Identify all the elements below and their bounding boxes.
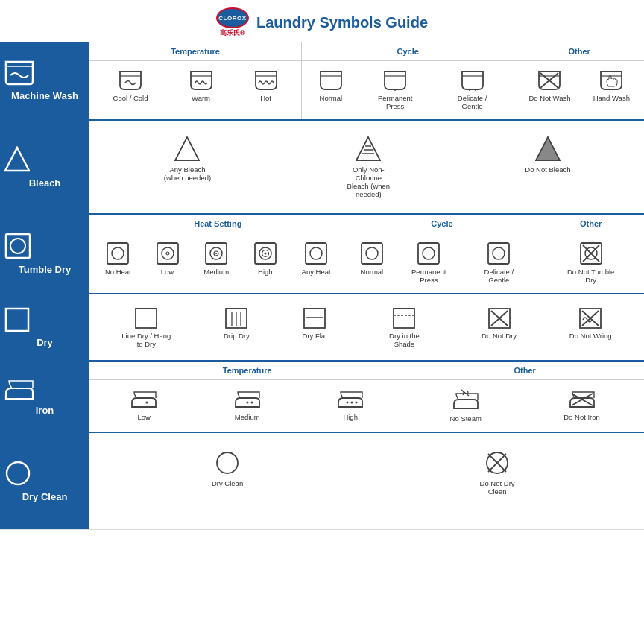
any-bleach: Any Bleach (when needed): [161, 134, 213, 183]
temp-group: Cool / Cold Warm Hot: [89, 61, 302, 119]
dry-flat: Dry Flat: [301, 305, 329, 341]
cool-cold-icon: [119, 70, 142, 91]
td-perm-press: Permanent Press: [402, 241, 455, 285]
line-dry-icon: [135, 306, 157, 329]
machine-wash-row: Machine Wash Temperature Cycle Other Coo…: [0, 42, 644, 120]
tumble-dry-subheader: Heat Setting Cycle Other: [89, 215, 644, 233]
dry-clean-content: Dry Clean Do Not Dry Clean: [89, 432, 644, 529]
dry-text: Dry: [37, 337, 53, 348]
any-heat-icon: [305, 242, 327, 265]
iron-label: Iron: [0, 361, 89, 432]
do-not-bleach-label: Do Not Bleach: [525, 165, 570, 174]
no-steam-label: No Steam: [450, 414, 482, 423]
normal-icon: [319, 70, 343, 91]
iron-symbols: Low Medium High: [89, 380, 644, 432]
iron-high: High: [335, 388, 365, 423]
cycle-group: Normal Permanent Press Delicate / Gentle: [302, 61, 514, 119]
do-not-tumble-icon: [580, 242, 602, 265]
tumble-dry-text: Tumble Dry: [19, 264, 72, 275]
td-normal: Normal: [359, 241, 385, 277]
page-title: Laundry Symbols Guide: [256, 14, 428, 31]
iron-medium: Medium: [233, 388, 262, 423]
svg-point-59: [146, 402, 148, 404]
svg-rect-39: [6, 309, 28, 331]
page-header: CLOROX 高乐氏® Laundry Symbols Guide: [0, 0, 644, 42]
iron-low-label: Low: [138, 413, 151, 421]
dry-clean-row: Dry Clean Dry Clean Do Not Dry Clean: [0, 432, 644, 529]
bleach-icon: [4, 146, 85, 173]
dry-content: Line Dry / Hang to Dry Drip Dry Dry Flat: [89, 294, 644, 361]
bleach-text: Bleach: [29, 177, 61, 189]
svg-point-14: [162, 247, 174, 259]
non-chlorine-bleach-icon: [356, 136, 381, 162]
any-heat-label: Any Heat: [302, 268, 331, 276]
permanent-press-label: Permanent Press: [370, 94, 420, 110]
machine-wash-label: Machine Wash: [0, 42, 89, 120]
svg-point-69: [217, 452, 238, 473]
iron-medium-label: Medium: [235, 413, 260, 421]
other-header: Other: [514, 42, 644, 60]
no-heat-label: No Heat: [105, 268, 131, 276]
svg-rect-9: [6, 234, 30, 258]
drip-dry-icon: [225, 306, 247, 329]
delicate-gentle-icon: [461, 70, 484, 91]
do-not-wring-label: Do Not Wring: [569, 332, 612, 340]
temperature-header: Temperature: [89, 42, 302, 60]
do-not-wring: Do Not Wring: [568, 305, 613, 341]
delicate-gentle-label: Delicate / Gentle: [448, 94, 497, 110]
svg-point-12: [112, 247, 124, 259]
iron-low-icon: [130, 389, 157, 410]
hand-wash-icon: [599, 70, 623, 91]
iron-temp-group: Low Medium High: [89, 380, 405, 432]
dry-icon: [4, 307, 85, 332]
iron-text: Iron: [36, 405, 54, 416]
low-heat: Low: [155, 241, 180, 277]
svg-point-32: [493, 247, 505, 259]
any-bleach-icon: [174, 136, 200, 162]
svg-rect-26: [362, 243, 382, 264]
dry-in-shade-label: Dry in the Shade: [379, 332, 429, 348]
svg-rect-13: [157, 243, 178, 264]
cool-cold: Cool / Cold: [112, 69, 150, 104]
any-bleach-label: Any Bleach (when needed): [162, 165, 212, 182]
td-normal-label: Normal: [361, 268, 384, 276]
normal: Normal: [318, 69, 344, 104]
tumble-dry-row: Tumble Dry Heat Setting Cycle Other No H…: [0, 214, 644, 294]
do-not-bleach: Do Not Bleach: [523, 134, 572, 175]
other-group: Do Not Wash Hand Wash: [514, 61, 644, 119]
no-heat: No Heat: [104, 241, 133, 277]
do-not-bleach-icon: [535, 136, 561, 162]
normal-label: Normal: [320, 94, 343, 102]
do-not-iron-label: Do Not Iron: [564, 413, 600, 421]
hand-wash: Hand Wash: [592, 69, 631, 104]
dry-clean-text: Dry Clean: [22, 491, 68, 502]
tumble-dry-symbols: No Heat Low Medium: [89, 233, 644, 293]
warm-icon: [189, 70, 213, 91]
hot-icon: [254, 70, 278, 91]
td-delicate-label: Delicate / Gentle: [474, 268, 523, 284]
iron-medium-icon: [234, 389, 261, 410]
svg-point-61: [250, 402, 253, 404]
do-not-dry-clean-label: Do Not Dry Clean: [473, 479, 522, 496]
medium-heat-label: Medium: [203, 268, 229, 276]
iron-other-group: No Steam Do Not Iron: [405, 380, 644, 432]
dry-in-shade-icon: [393, 306, 415, 329]
iron-row: Iron Temperature Other Low: [0, 361, 644, 432]
svg-rect-24: [306, 243, 326, 264]
dry-flat-label: Dry Flat: [303, 332, 327, 340]
line-dry: Line Dry / Hang to Dry: [120, 305, 172, 350]
do-not-wring-icon: [579, 306, 602, 329]
warm-label: Warm: [192, 94, 210, 102]
do-not-dry-icon: [488, 306, 511, 329]
dry-flat-icon: [303, 306, 326, 329]
dry-clean-symbol-icon: [214, 449, 241, 476]
dry-clean-symbol-label: Dry Clean: [212, 479, 243, 487]
iron-high-label: High: [343, 413, 358, 421]
iron-temp-header: Temperature: [89, 362, 405, 379]
svg-rect-50: [394, 309, 414, 328]
td-perm-press-label: Permanent Press: [404, 268, 453, 284]
low-heat-icon: [157, 242, 179, 265]
bleach-row: Bleach Any Bleach (when needed) Only Non…: [0, 120, 644, 214]
do-not-wash-label: Do Not Wash: [528, 94, 570, 102]
permanent-press: Permanent Press: [369, 69, 421, 112]
